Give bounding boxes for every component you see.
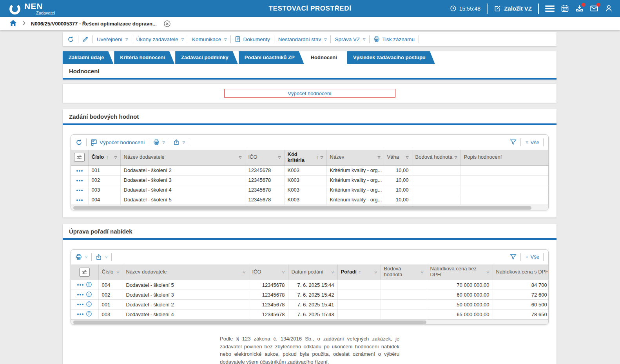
row-menu-icon[interactable] [77,284,83,286]
tab-vysledek[interactable]: Výsledek zadávacího postupu [347,51,435,64]
header-popis-hodnoceni[interactable]: Popis hodnocení [460,150,548,165]
header-nazev-dodavatele[interactable]: Název dodavatele▽ [120,150,245,165]
mail-icon[interactable] [590,4,598,13]
grid-print-button[interactable]: ▽ [153,139,165,145]
row-menu-icon[interactable] [76,180,83,181]
cell-cena-s-dph: 72 600 000,00 [493,290,549,300]
menu-hamburger-icon[interactable] [545,5,555,13]
filter-triangle-icon[interactable]: ▽ [321,156,323,159]
table-row[interactable]: 003 Dodavatel - školení 4 12345678 7. 6.… [71,310,549,319]
info-icon[interactable] [86,293,92,299]
row-menu-icon[interactable] [76,199,83,201]
header-cena-s-dph[interactable]: Nabídková cena s DPH [493,264,549,280]
close-record-icon[interactable] [163,20,171,27]
header-bodova-hodnota[interactable]: Bodová hodnota▽ [412,150,460,165]
vypocet-hodnoceni-button[interactable]: Výpočet hodnocení [224,89,395,98]
filter-triangle-icon[interactable]: ▽ [239,156,242,159]
table-row[interactable]: 001 Dodavatel - školení 2 12345678 7. 6.… [71,300,549,310]
filter-triangle-icon[interactable]: ▽ [282,270,285,274]
filter-triangle-icon[interactable]: ▽ [243,270,246,274]
tab-hodnoceni[interactable]: Hodnocení [305,51,346,64]
menu-ukony-zadavatele[interactable]: Úkony zadavatele▽ [136,36,183,42]
filter-triangle-icon[interactable]: ▽ [378,156,381,159]
header-cena-bez-dph[interactable]: Nabídková cena bez DPH▽ [427,264,493,280]
header-cislo[interactable]: Číslo↑▽ [88,150,120,165]
grid-filter-button[interactable] [510,139,517,145]
filter-triangle-icon[interactable]: ▽ [406,156,409,159]
header-ico[interactable]: IČO▽ [245,150,284,165]
cell-cislo: 003 [98,310,123,319]
tab-zadavaci-podminky[interactable]: Zadávací podmínky [175,51,238,64]
downloads-tray-icon[interactable] [575,4,584,13]
cell-cislo: 001 [88,165,120,175]
header-nazev-dodavatele[interactable]: Název dodavatele▽ [123,264,249,280]
table-row[interactable]: 003 Dodavatel - školení 4 12345678 K003 … [71,185,548,195]
menu-nestandardni-stav[interactable]: Nestandardní stav▽ [278,36,327,42]
filter-triangle-icon[interactable]: ▽ [332,270,334,274]
grid-view-all-control[interactable]: ▽ Vše [525,139,539,145]
info-icon[interactable] [86,283,92,289]
menu-sprava-vz[interactable]: Správa VZ▽ [335,36,365,42]
tab-zakladni-udaje[interactable]: Základní údaje [63,51,113,64]
toolbar-separator [230,35,231,43]
horizontal-scrollbar[interactable] [71,319,548,324]
scrollbar-thumb[interactable] [73,206,531,210]
breadcrumb-record-title[interactable]: N006/25/V00005377 - Řešení optimalizace … [31,21,157,27]
create-vz-button[interactable]: Založit VZ [494,5,532,12]
row-menu-icon[interactable] [77,304,83,305]
filter-triangle-icon[interactable]: ▽ [421,270,424,274]
menu-uverejneni[interactable]: Uveřejnění▽ [97,36,128,42]
grid-refresh-button[interactable] [76,139,82,146]
filter-triangle-icon[interactable]: ▽ [278,156,281,159]
header-cislo[interactable]: Číslo▽ [98,264,123,280]
tab-podani-ucastniku[interactable]: Podání účastníků ZP [239,51,304,64]
row-menu-icon[interactable] [77,294,83,295]
cell-cena-bez-dph: 65 000 000,00 [427,310,493,319]
grid-export-button[interactable]: ▽ [96,254,107,260]
info-icon[interactable] [86,312,92,318]
calendar-icon[interactable] [561,4,569,13]
menu-tisk-zaznamu[interactable]: Tisk záznamu [373,36,415,42]
row-menu-icon[interactable] [76,170,83,172]
header-bodova-hodnota[interactable]: Bodová hodnota▽ [381,264,427,280]
header-vaha[interactable]: Váha▽ [384,150,412,165]
menu-komunikace[interactable]: Komunikace▽ [192,36,227,42]
filter-triangle-icon[interactable]: ▽ [375,270,377,274]
refresh-button[interactable] [67,36,74,43]
header-ico[interactable]: IČO▽ [249,264,288,280]
table-row[interactable]: 004 Dodavatel - školení 5 12345678 K003 … [71,195,548,205]
header-datum-podani[interactable]: Datum podání▽ [288,264,337,280]
filter-triangle-icon[interactable]: ▽ [117,270,120,274]
scrollbar-thumb[interactable] [73,321,426,324]
filter-triangle-icon[interactable]: ▽ [487,270,489,274]
header-nazev[interactable]: Název▽ [326,150,384,165]
row-menu-icon[interactable] [77,313,83,315]
grid-print-button[interactable]: ▽ [76,254,87,260]
horizontal-scrollbar[interactable] [71,205,548,210]
home-icon[interactable] [9,20,17,28]
cell-popis [460,165,548,175]
table-row[interactable]: 002 Dodavatel - školení 3 12345678 K003 … [71,175,548,185]
column-settings-icon[interactable] [74,153,85,162]
table-row[interactable]: 001 Dodavatel - školení 2 12345678 K003 … [71,165,548,175]
table-row[interactable]: 002 Dodavatel - školení 3 12345678 7. 6.… [71,290,549,300]
grid-export-button[interactable]: ▽ [173,139,185,145]
user-profile-icon[interactable] [605,4,613,13]
grid-filter-button[interactable] [510,254,517,260]
tab-kriteria-hodnoceni[interactable]: Kritéria hodnocení [114,51,174,64]
edit-pencil-button[interactable] [82,36,89,42]
toolbar-separator [520,253,521,261]
grid-vypocet-hodnoceni-button[interactable]: Výpočet hodnocení [91,139,145,146]
table-row[interactable]: 004 Dodavatel - školení 5 12345678 7. 6.… [71,280,549,290]
grid-view-all-control[interactable]: ▽ Vše [525,254,539,260]
header-kod-kriteria[interactable]: Kód kritéria↑▽ [284,150,326,165]
toolbar-separator [274,35,274,43]
filter-triangle-icon[interactable]: ▽ [455,156,457,159]
column-settings-header [71,150,88,165]
info-icon[interactable] [86,302,92,308]
menu-dokumenty[interactable]: Dokumenty [235,36,270,42]
header-poradi[interactable]: Pořadí↑▽ [337,264,381,280]
row-menu-icon[interactable] [76,190,83,191]
filter-triangle-icon[interactable]: ▽ [114,156,117,159]
column-settings-icon[interactable] [79,268,90,277]
